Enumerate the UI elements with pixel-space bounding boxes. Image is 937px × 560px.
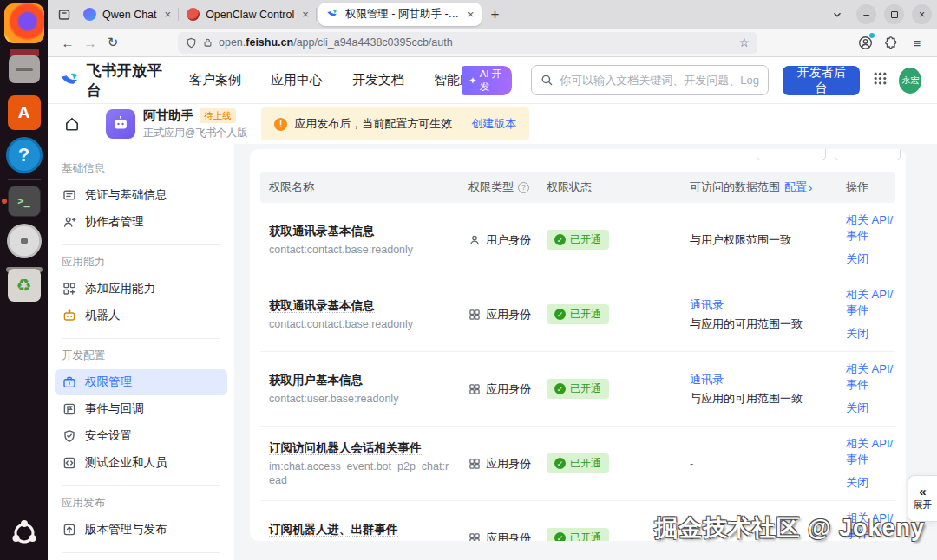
- show-apps-icon[interactable]: [8, 517, 41, 550]
- permission-row: 获取用户基本信息contact:user.base:readonly应用身份✓已…: [260, 352, 895, 427]
- identity-cell: 应用身份: [468, 381, 547, 397]
- account-icon[interactable]: [854, 31, 876, 54]
- related-api-link[interactable]: 相关 API/事件: [846, 361, 895, 393]
- permission-row: 订阅访问机器人会话相关事件im:chat.access_event.bot_p2…: [260, 427, 895, 501]
- terminal-running-dot: [2, 199, 7, 204]
- clipped-filter-button[interactable]: [757, 149, 826, 160]
- tab-qwen-chat[interactable]: Qwen Chat×: [75, 3, 179, 26]
- check-icon: ✓: [554, 309, 566, 320]
- ubuntu-software-icon[interactable]: A: [8, 95, 41, 130]
- permission-row: 获取通讯录基本信息contact:contact.base:readonly应用…: [260, 277, 895, 352]
- related-api-link[interactable]: 相关 API/事件: [846, 212, 895, 244]
- create-version-link[interactable]: 创建版本: [471, 116, 516, 132]
- help-icon[interactable]: ?: [6, 137, 43, 173]
- tab-close-icon[interactable]: ×: [302, 8, 309, 21]
- sidebar-item-label: 权限管理: [85, 374, 132, 390]
- close-permission-link[interactable]: 关闭: [846, 400, 868, 416]
- scope-link[interactable]: 通讯录: [690, 296, 846, 313]
- col-status: 权限状态: [547, 179, 690, 195]
- permissions-panel: 权限名称 权限类型 权限状态 可访问的数据范围配置› 操作 获取通讯录基本信息c…: [250, 149, 906, 541]
- tab-openclaw-control[interactable]: OpenClaw Control×: [179, 3, 317, 26]
- related-api-link[interactable]: 相关 API/事件: [846, 287, 895, 318]
- sidebar-item-label: 事件与回调: [85, 401, 144, 417]
- user-avatar[interactable]: 永宏: [899, 68, 921, 94]
- warning-dot-icon: !: [274, 118, 287, 131]
- tab-close-icon[interactable]: ×: [468, 8, 475, 21]
- sidebar-item-bot[interactable]: 机器人: [55, 303, 227, 329]
- files-icon[interactable]: [9, 55, 40, 83]
- sidebar-item-credentials[interactable]: 凭证与基础信息: [55, 182, 227, 208]
- terminal-icon[interactable]: >_: [8, 186, 41, 217]
- status-cell: ✓已开通: [547, 453, 690, 473]
- sidebar-item-add-capability[interactable]: 添加应用能力: [55, 276, 227, 302]
- sidebar-item-permissions[interactable]: 权限管理: [55, 369, 227, 395]
- sidebar-item-events-callbacks[interactable]: 事件与回调: [55, 396, 227, 422]
- disc-icon[interactable]: [7, 224, 42, 258]
- bookmark-star-icon[interactable]: ☆: [738, 36, 750, 49]
- permission-code: contact:contact.base:readonly: [269, 243, 455, 257]
- window-maximize-button[interactable]: [884, 4, 904, 24]
- close-permission-link[interactable]: 关闭: [846, 326, 868, 342]
- trash-icon[interactable]: [8, 269, 41, 302]
- identity-cell: 应用身份: [468, 456, 547, 472]
- app-identity-icon: [468, 383, 481, 395]
- permission-name-cell: 获取用户基本信息contact:user.base:readonly: [269, 372, 468, 406]
- menu-icon[interactable]: ≡: [906, 31, 928, 54]
- help-circle-icon[interactable]: [518, 182, 529, 193]
- sidebar-item-security-settings[interactable]: 安全设置: [55, 423, 227, 449]
- sidebar-item-version-release[interactable]: 版本管理与发布: [55, 517, 227, 543]
- tabs-dropdown-icon[interactable]: [826, 3, 849, 26]
- header-search[interactable]: [531, 65, 769, 95]
- ubuntu-dock: A ? >_: [0, 0, 48, 560]
- tab-feishu-permissions[interactable]: 权限管理 - 阿甘助手 - 开发×: [318, 3, 482, 26]
- nav-app-center[interactable]: 应用中心: [271, 72, 323, 88]
- identity-cell: 应用身份: [468, 307, 547, 322]
- close-permission-link[interactable]: 关闭: [846, 475, 868, 491]
- close-permission-link[interactable]: 关闭: [846, 251, 868, 267]
- url-field[interactable]: open.feishu.cn/app/cli_a94a4438c0395ccb/…: [178, 32, 757, 54]
- app-identity-icon: [468, 458, 481, 470]
- col-ops: 操作: [846, 179, 895, 195]
- extensions-icon[interactable]: [880, 31, 902, 54]
- scope-config-link[interactable]: 配置›: [784, 179, 812, 195]
- home-icon[interactable]: [60, 112, 84, 136]
- dock-separator: [8, 179, 41, 180]
- app-subtitle: 正式应用@飞书个人版: [143, 126, 247, 140]
- brand[interactable]: 飞书开放平台: [60, 61, 163, 101]
- related-api-link[interactable]: 相关 API/事件: [846, 436, 895, 467]
- screen: A ? >_ Qwen Chat×OpenClaw Control×权限管理 -…: [0, 0, 937, 560]
- sidebar-item-collaborators[interactable]: 协作者管理: [55, 209, 227, 235]
- nav-dev-docs[interactable]: 开发文档: [352, 72, 404, 88]
- permission-name: 获取通讯录基本信息: [269, 225, 375, 238]
- status-label: 已开通: [570, 307, 601, 322]
- permission-name: 获取通讯录基本信息: [269, 299, 375, 313]
- scope-link[interactable]: 通讯录: [690, 371, 846, 387]
- app-grid-icon[interactable]: [873, 71, 888, 89]
- window-minimize-button[interactable]: –: [856, 4, 876, 24]
- search-input[interactable]: [560, 74, 759, 87]
- new-tab-button[interactable]: +: [483, 3, 506, 26]
- sidebar-section-label: 应用发布: [62, 496, 220, 511]
- tab-title: OpenClaw Control: [206, 9, 294, 21]
- nav-customer-cases[interactable]: 客户案例: [189, 72, 241, 88]
- forward-icon[interactable]: →: [79, 31, 102, 54]
- tab-close-icon[interactable]: ×: [165, 8, 172, 21]
- clipped-filter-button[interactable]: [835, 149, 901, 160]
- permission-name: 获取用户基本信息: [269, 374, 363, 387]
- back-icon[interactable]: ←: [56, 31, 79, 54]
- firefox-view-icon[interactable]: [53, 3, 75, 26]
- permission-name: 订阅访问机器人会话相关事件: [269, 441, 422, 455]
- identity-label: 用户身份: [486, 232, 531, 248]
- scope-cell: 通讯录与应用的可用范围一致: [690, 296, 846, 332]
- window-close-button[interactable]: ×: [912, 4, 932, 24]
- scope-cell: -: [690, 455, 846, 472]
- feishu-logo-icon: [60, 70, 80, 91]
- permission-code: im:chat.access_event.bot_p2p_chat:read: [269, 459, 455, 487]
- firefox-icon[interactable]: [4, 3, 44, 43]
- panel-top: [250, 149, 906, 172]
- qwen-chat-favicon: [83, 8, 96, 21]
- sidebar-item-test-users[interactable]: 测试企业和人员: [55, 450, 227, 476]
- identity-label: 应用身份: [486, 456, 531, 472]
- reload-icon[interactable]: ↻: [102, 31, 124, 54]
- developer-console-button[interactable]: 开发者后台: [783, 66, 861, 95]
